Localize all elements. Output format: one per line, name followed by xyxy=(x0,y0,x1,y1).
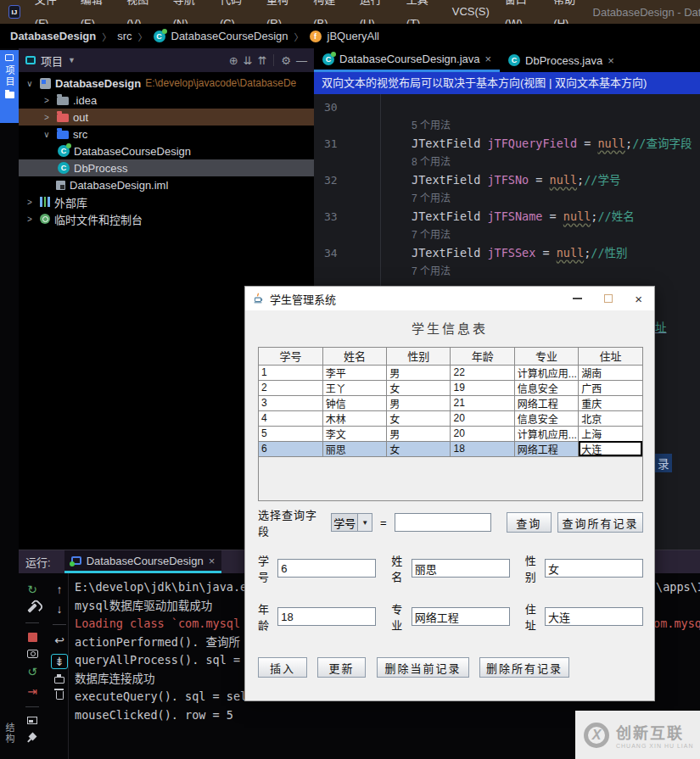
chevron-expanded-icon[interactable]: ∨ xyxy=(24,79,36,88)
source-folder-icon xyxy=(57,131,69,139)
close-icon[interactable]: × xyxy=(484,53,491,65)
tree-item-out[interactable]: > out xyxy=(19,109,314,126)
close-icon[interactable]: × xyxy=(209,555,216,567)
query-value-input[interactable] xyxy=(395,513,491,532)
hide-panel-icon[interactable]: — xyxy=(296,55,307,66)
delete-all-button[interactable]: 删除所有记录 xyxy=(479,657,569,678)
delete-current-button[interactable]: 删除当前记录 xyxy=(377,657,469,678)
exit-icon[interactable]: ⇥ xyxy=(27,685,37,697)
divider xyxy=(25,622,39,623)
insert-button[interactable]: 插入 xyxy=(258,657,307,678)
tab-databasecoursedesign-java[interactable]: DatabaseCourseDesign.java × xyxy=(314,48,500,72)
up-stack-icon[interactable]: ↑ xyxy=(57,583,63,595)
table-row[interactable]: 3钟信男21网络工程重庆 xyxy=(259,395,642,410)
column-header[interactable]: 住址 xyxy=(579,348,642,365)
table-row[interactable]: 1李平男22计算机应用...湖南 xyxy=(259,365,642,380)
console-line: mysql数据库驱动加载成功 xyxy=(75,597,247,616)
tree-item-external-libraries[interactable]: > 外部库 xyxy=(19,193,314,210)
table-row[interactable]: 5李文男20计算机应用...上海 xyxy=(259,426,642,441)
close-icon[interactable]: × xyxy=(608,54,614,67)
divider xyxy=(273,54,274,66)
project-panel-title[interactable]: 项目 xyxy=(41,53,63,69)
menu-bar: IJ 文件(F) 编辑(E) 视图(V) 导航(N) 代码(C) 重构(R) 构… xyxy=(0,0,700,24)
tree-item-databasecoursedesign[interactable]: DatabaseCourseDesign xyxy=(19,142,314,159)
major-input[interactable] xyxy=(412,607,510,626)
wrench-icon[interactable] xyxy=(27,603,36,612)
chevron-collapsed-icon[interactable]: > xyxy=(24,198,36,207)
tree-item-scratches[interactable]: > 临时文件和控制台 xyxy=(19,210,314,227)
breadcrumb: DatabaseDesign 〉 src 〉 DatabaseCourseDes… xyxy=(0,24,700,48)
query-button[interactable]: 查询 xyxy=(507,512,552,533)
run-tab-databasecoursedesign[interactable]: DatabaseCourseDesign × xyxy=(64,550,222,573)
breadcrumb-project[interactable]: DatabaseDesign xyxy=(10,30,96,42)
tree-item-dbprocess[interactable]: DbProcess xyxy=(19,159,314,176)
class-icon xyxy=(58,162,70,174)
age-input[interactable] xyxy=(277,607,376,626)
addr-input[interactable] xyxy=(545,607,643,626)
locate-file-icon[interactable]: ⊕ xyxy=(229,55,238,66)
chevron-down-icon[interactable]: ▼ xyxy=(68,56,76,64)
age-label: 年龄 xyxy=(258,600,272,633)
chevron-collapsed-icon[interactable]: > xyxy=(24,215,36,224)
chevron-collapsed-icon[interactable]: > xyxy=(41,96,53,105)
down-stack-icon[interactable]: ↓ xyxy=(57,603,63,615)
form-row-1: 学号 姓名 性别 xyxy=(258,558,643,578)
dialog-title-bar[interactable]: 学生管理系统 × xyxy=(245,287,654,310)
column-header[interactable]: 年龄 xyxy=(451,348,514,365)
chevron-collapsed-icon[interactable]: > xyxy=(41,113,53,122)
breadcrumb-field[interactable]: jBQueryAll xyxy=(328,30,379,42)
tab-dbprocess-java[interactable]: DbProcess.java × xyxy=(500,48,623,72)
console-output[interactable]: E:\develop\jdk\bin\java.e mysql数据库驱动加载成功… xyxy=(75,578,247,724)
collapse-all-icon[interactable]: ⇈ xyxy=(257,55,266,66)
tree-item-project-root[interactable]: ∨ DatabaseDesign E:\develop\javacode\Dat… xyxy=(19,75,314,92)
column-header[interactable]: 专业 xyxy=(514,348,578,365)
pin-icon[interactable] xyxy=(28,733,36,741)
table-row[interactable]: 2王丫女19信息安全广西 xyxy=(259,380,642,395)
form-row-2: 年龄 专业 住址 xyxy=(258,606,643,627)
soft-wrap-icon[interactable]: ↩ xyxy=(54,634,64,646)
rerun-icon[interactable]: ↻ xyxy=(27,583,37,595)
console-fragment: \apps\I xyxy=(656,578,700,597)
tree-item-src[interactable]: ∨ src xyxy=(19,126,314,142)
menu-vcs[interactable]: VCS(S) xyxy=(445,0,497,24)
code-fragment: 址 xyxy=(655,318,667,335)
name-label: 姓名 xyxy=(391,552,406,584)
expand-all-icon[interactable]: ⇊ xyxy=(244,55,253,66)
name-input[interactable] xyxy=(412,559,510,578)
sno-label: 学号 xyxy=(258,552,272,584)
update-button[interactable]: 更新 xyxy=(317,657,366,678)
table-row-selected[interactable]: 6丽思女18网络工程大连 xyxy=(259,441,642,456)
stop-icon[interactable] xyxy=(28,633,37,642)
column-header[interactable]: 姓名 xyxy=(322,348,386,365)
query-all-button[interactable]: 查询所有记录 xyxy=(557,512,643,533)
table-row[interactable]: 4木林女20信息安全北京 xyxy=(259,410,642,426)
query-field-combo[interactable]: 学号 ▼ xyxy=(331,513,372,532)
clear-console-icon[interactable] xyxy=(56,691,64,700)
sno-input[interactable] xyxy=(277,559,376,578)
structure-tool-tab[interactable]: 结构 xyxy=(0,723,19,759)
chevron-expanded-icon[interactable]: ∨ xyxy=(41,130,53,139)
console-line: queryAllProcess(). sql = xyxy=(75,651,247,670)
close-icon[interactable]: × xyxy=(635,293,642,305)
update-app-icon[interactable]: ↺ xyxy=(27,666,37,678)
maximize-icon[interactable] xyxy=(604,294,613,303)
code-line: 34 JTextField jTFSSex = null;//性别 xyxy=(314,244,700,263)
tree-item-idea[interactable]: > .idea xyxy=(19,92,314,109)
tree-item-iml[interactable]: DatabaseDesign.iml xyxy=(19,176,314,193)
column-header[interactable]: 性别 xyxy=(387,348,451,365)
column-header[interactable]: 学号 xyxy=(259,348,322,365)
minimize-icon[interactable] xyxy=(573,298,582,299)
run-toolbar-right: ↑ ↓ ↩ ⇟ xyxy=(46,573,73,759)
breadcrumb-src[interactable]: src xyxy=(117,30,132,42)
layout-icon[interactable] xyxy=(27,717,37,724)
sex-input[interactable] xyxy=(545,559,643,578)
sex-label: 性别 xyxy=(525,552,540,584)
breadcrumb-class[interactable]: DatabaseCourseDesign xyxy=(171,30,288,42)
editing-cell[interactable]: 大连 xyxy=(579,441,642,456)
project-tool-tab[interactable]: 项目 xyxy=(0,50,19,123)
camera-icon[interactable] xyxy=(27,650,38,658)
scroll-to-end-icon[interactable]: ⇟ xyxy=(51,654,68,669)
print-icon[interactable] xyxy=(54,677,64,684)
gear-icon[interactable]: ⚙ xyxy=(281,55,291,66)
folder-icon xyxy=(57,97,69,105)
